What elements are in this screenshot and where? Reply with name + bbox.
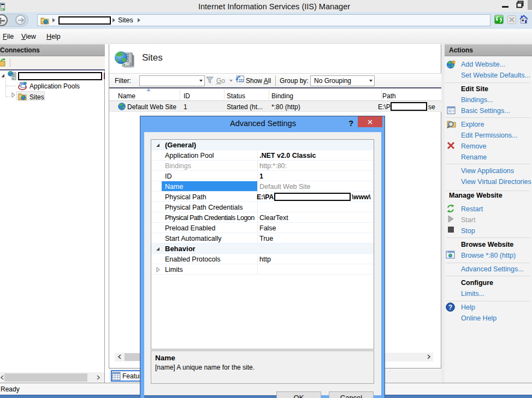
svg-text:?: ? (448, 304, 452, 311)
